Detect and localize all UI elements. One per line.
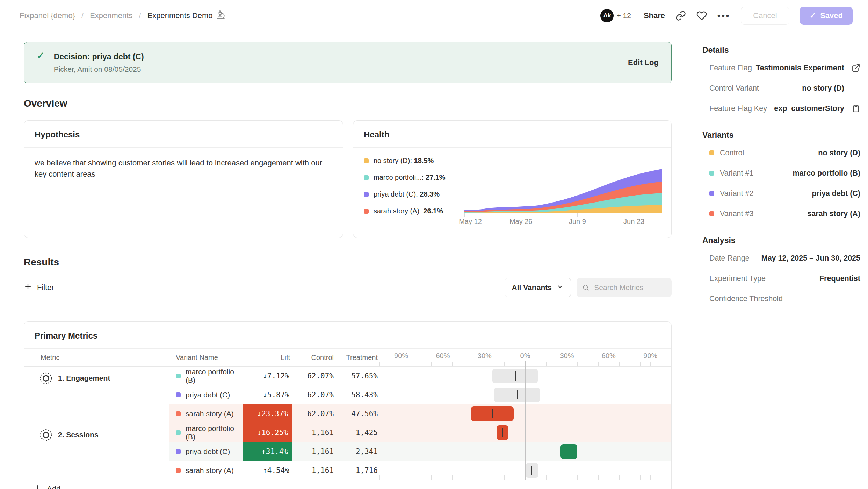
breadcrumb: Fixpanel {demo} / Experiments / Experime…: [20, 10, 225, 21]
treatment-value: 2,341: [334, 442, 379, 461]
search-metrics-box: [577, 278, 672, 297]
table-row[interactable]: priya debt (C)↓5.87%62.07%58.43%: [169, 385, 671, 404]
sidebar-section-details: DetailsFeature FlagTestimonials Experime…: [701, 45, 860, 119]
ci-point-estimate: [569, 447, 569, 456]
sidebar-row-label: Control: [709, 149, 744, 157]
health-legend-label: sarah story (A): 26.1%: [374, 207, 443, 215]
axis-tick: [521, 213, 521, 217]
ci-axis-tick: [463, 475, 463, 480]
health-legend-item[interactable]: sarah story (A): 26.1%: [364, 207, 464, 215]
ci-axis-tick: [650, 362, 651, 366]
add-metric-button[interactable]: Add: [24, 480, 671, 489]
variant-color-swatch: [176, 374, 181, 378]
sidebar-row-date-range: Date RangeMay 12, 2025 – Jun 30, 2025: [701, 248, 860, 268]
collaborators: Ak + 12: [600, 9, 631, 22]
copy-link-icon[interactable]: [675, 10, 686, 21]
col-metric: Metric: [24, 354, 169, 362]
variant-color-swatch: [364, 209, 369, 214]
share-button[interactable]: Share: [644, 11, 665, 20]
ci-axis-tick: [442, 362, 442, 366]
hypothesis-card: Hypothesis we believe that showing custo…: [24, 120, 343, 238]
table-row[interactable]: priya debt (C)↑31.4%1,1612,341: [169, 442, 671, 461]
sidebar-row-value: marco portfolio (B): [793, 169, 861, 178]
ci-axis-tick: [484, 475, 484, 480]
sidebar-row-value: May 12, 2025 – Jun 30, 2025: [761, 254, 860, 263]
divider: [24, 305, 672, 305]
sidebar-row-value: no story (D): [818, 149, 860, 157]
treatment-value: 58.43%: [334, 385, 379, 404]
table-row[interactable]: sarah story (A)↓23.37%62.07%47.56%: [169, 404, 671, 423]
results-heading: Results: [24, 257, 672, 268]
cancel-button[interactable]: Cancel: [741, 7, 789, 25]
col-treatment: Treatment: [334, 354, 379, 362]
external-link-icon[interactable]: [844, 64, 860, 72]
sidebar-row-feature-flag-key: Feature Flag Keyexp_customerStory: [701, 98, 860, 119]
variant-color-swatch: [709, 191, 714, 196]
variant-name: sarah story (A): [186, 466, 234, 475]
breadcrumb-experiments[interactable]: Experiments: [90, 11, 132, 20]
control-value: 1,161: [292, 423, 334, 442]
ci-axis-tick: [619, 475, 620, 480]
health-legend-item[interactable]: no story (D): 18.5%: [364, 157, 464, 165]
metric-name: 2. Sessions: [58, 428, 99, 439]
variant-filter-dropdown[interactable]: All Variants: [505, 278, 571, 297]
breadcrumb-project[interactable]: Fixpanel {demo}: [20, 11, 75, 20]
ci-axis-tick: [536, 475, 536, 480]
lift-value: ↓7.12%: [243, 367, 292, 385]
ci-axis-tick: [494, 362, 494, 366]
collaborator-count[interactable]: + 12: [616, 12, 631, 20]
topbar: Fixpanel {demo} / Experiments / Experime…: [0, 0, 868, 31]
ci-axis-tick: [421, 362, 421, 366]
overview-heading: Overview: [24, 98, 672, 109]
ci-point-estimate: [531, 466, 532, 475]
sidebar-row-control-variant: Control Variantno story (D): [701, 78, 860, 98]
ci-axis-tick: [484, 362, 484, 366]
table-row[interactable]: marco portfolio (B)↓16.25%1,1611,425: [169, 423, 671, 442]
ci-axis-tick: [640, 475, 641, 480]
ci-axis-label: -30%: [475, 352, 492, 360]
more-menu-button[interactable]: •••: [717, 11, 730, 21]
ci-axis-tick: [567, 362, 567, 366]
sidebar-row-label: Feature Flag Key: [709, 104, 767, 113]
ci-axis-tick: [421, 475, 421, 480]
ci-axis-tick: [379, 362, 380, 366]
favorite-heart-icon[interactable]: [696, 10, 707, 21]
decision-banner: ✓ Decision: priya debt (C) Picker, Amit …: [24, 42, 672, 83]
sidebar-row-label: Confidence Threshold: [709, 295, 783, 303]
treatment-value: 1,716: [334, 461, 379, 480]
ci-axis-tick: [400, 362, 401, 366]
ci-axis-tick: [411, 475, 411, 480]
ci-axis-tick: [536, 362, 536, 366]
ci-axis-label: -90%: [392, 352, 408, 360]
sidebar-row-value: exp_customerStory: [774, 104, 844, 113]
metric-name: 1. Engagement: [58, 372, 110, 382]
sidebar-row-label: Feature Flag: [709, 64, 752, 72]
details-sidebar: DetailsFeature FlagTestimonials Experime…: [694, 31, 868, 489]
plus-icon: [24, 282, 32, 293]
col-control: Control: [292, 354, 334, 362]
ci-axis-tick: [390, 362, 390, 366]
results-toolbar: Filter All Variants: [24, 278, 672, 297]
ci-axis-tick: [557, 475, 557, 480]
saved-button[interactable]: ✓ Saved: [800, 7, 853, 25]
search-icon: [582, 283, 589, 292]
treatment-value: 57.65%: [334, 367, 379, 385]
ci-axis-tick: [390, 475, 390, 480]
check-icon: ✓: [37, 51, 45, 61]
sidebar-section-title: Variants: [701, 130, 860, 140]
avatar[interactable]: Ak: [600, 9, 614, 22]
add-filter-button[interactable]: Filter: [24, 282, 54, 293]
variant-cell: sarah story (A): [169, 461, 243, 480]
health-legend-item[interactable]: priya debt (C): 28.3%: [364, 190, 464, 198]
search-metrics-input[interactable]: [593, 283, 666, 292]
copy-icon[interactable]: [844, 104, 860, 113]
ci-axis-tick: [577, 362, 578, 366]
variant-color-swatch: [176, 430, 181, 435]
variant-color-swatch: [709, 171, 714, 176]
health-legend-item[interactable]: marco portfoli...: 27.1%: [364, 173, 464, 182]
metric-goal-icon: [39, 372, 52, 386]
chevron-down-icon: [557, 283, 564, 292]
table-row[interactable]: marco portfolio (B)↓7.12%62.07%57.65%: [169, 367, 671, 385]
variant-color-swatch: [176, 468, 181, 473]
edit-log-button[interactable]: Edit Log: [628, 58, 659, 67]
